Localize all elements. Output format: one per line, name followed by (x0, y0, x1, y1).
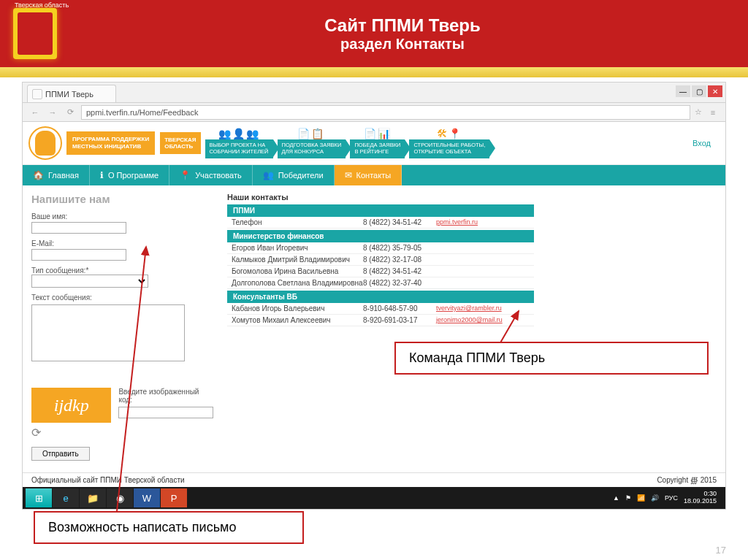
step-4[interactable]: 🛠📍 СТРОИТЕЛЬНЫЕ РАБОТЫ,ОТКРЫТИЕ ОБЪЕКТА (409, 128, 489, 158)
tray-arrow-icon[interactable]: ▲ (613, 494, 619, 502)
browser-tab[interactable]: ППМИ Тверь (27, 85, 116, 102)
tools-icon: 🛠📍 (437, 128, 462, 139)
step-2[interactable]: 📄📋 ПОДГОТОВКА ЗАЯВКИДЛЯ КОНКУРСА (278, 128, 346, 158)
menu-icon[interactable]: ≡ (706, 106, 720, 119)
close-button[interactable]: ✕ (708, 85, 722, 97)
nav-home[interactable]: 🏠Главная (23, 165, 90, 185)
nav-contacts[interactable]: ✉Контакты (335, 165, 402, 185)
home-icon: 🏠 (33, 170, 44, 180)
section-ppmi: ППМИ (227, 204, 534, 217)
tray-flag-icon[interactable]: ⚑ (625, 494, 631, 502)
svg-line-1 (117, 247, 146, 511)
marker-icon: 📍 (180, 170, 191, 180)
arrow-to-form (102, 241, 205, 518)
minimize-button[interactable]: — (676, 85, 690, 97)
reload-button[interactable]: ⟳ (64, 106, 77, 119)
info-icon: ℹ (100, 170, 104, 180)
slide-banner: Тверская область Сайт ППМИ Тверь раздел … (0, 0, 748, 67)
url-input[interactable]: ppmi.tverfin.ru/Home/Feedback (81, 105, 690, 120)
submit-button[interactable]: Отправить (31, 447, 90, 461)
chart-icon: 📄📊 (364, 128, 392, 139)
contact-row: Долгополова Светлана Владимировна8 (4822… (227, 277, 534, 289)
label-name: Ваше имя: (31, 212, 214, 220)
document-icon: 📄📋 (297, 128, 325, 139)
tray-network-icon[interactable]: 📶 (637, 494, 645, 502)
input-name[interactable] (31, 222, 126, 234)
step-1[interactable]: 👥👤👥 ВЫБОР ПРОЕКТА НАСОБРАНИИ ЖИТЕЛЕЙ (205, 128, 273, 158)
contacts-heading: Наши контакты (227, 193, 534, 202)
section-consultants: Консультанты ВБ (227, 291, 534, 303)
forward-button[interactable]: → (46, 106, 59, 119)
slide-subtitle: раздел Контакты (57, 36, 748, 53)
tray-clock[interactable]: 0:3018.09.2015 (684, 491, 717, 505)
contact-row: Калмыков Дмитрий Владимирович8 (4822) 32… (227, 254, 534, 266)
nav-winners[interactable]: 👥Победители (253, 165, 335, 185)
site-logo-icon[interactable] (28, 126, 62, 160)
copyright: Copyright ∰ 2015 (657, 476, 717, 484)
nav-participate[interactable]: 📍Участвовать (169, 165, 253, 185)
link-site[interactable]: ppmi.tverfin.ru (436, 218, 478, 226)
captcha-image: ijdkp (31, 388, 111, 423)
address-bar: ← → ⟳ ppmi.tverfin.ru/Home/Feedback ☆ ≡ (23, 103, 725, 122)
main-nav: 🏠Главная ℹО Программе 📍Участвовать 👥Побе… (23, 165, 725, 185)
contact-row: Егоров Иван Игоревич8 (4822) 35-79-05 (227, 242, 534, 254)
maximize-button[interactable]: ▢ (692, 85, 706, 97)
bookmark-icon[interactable]: ☆ (695, 107, 702, 117)
group-icon: 👥 (263, 170, 274, 180)
tab-strip: ППМИ Тверь — ▢ ✕ (23, 83, 725, 103)
slide-title: Сайт ППМИ Тверь (57, 15, 748, 36)
callout-team: Команда ППМИ Тверь (394, 342, 709, 375)
contact-row: Богомолова Ирина Васильевна8 (4822) 34-5… (227, 266, 534, 277)
login-link[interactable]: Вход (692, 139, 720, 147)
tray-volume-icon[interactable]: 🔊 (651, 494, 659, 502)
callout-write: Возможность написать письмо (34, 511, 304, 544)
site-logo-text: ПРОГРАММА ПОДДЕРЖКИМЕСТНЫХ ИНИЦИАТИВ (66, 131, 155, 154)
mail-icon: ✉ (345, 170, 352, 180)
region-coat-of-arms (13, 8, 57, 59)
nav-about[interactable]: ℹО Программе (90, 165, 169, 185)
back-button[interactable]: ← (28, 106, 42, 119)
site-logo-region: ТВЕРСКАЯОБЛАСТЬ (159, 132, 200, 154)
system-tray: ▲ ⚑ 📶 🔊 РУС 0:3018.09.2015 (613, 491, 722, 505)
start-button[interactable]: ⊞ (26, 488, 52, 507)
step-3[interactable]: 📄📊 ПОБЕДА ЗАЯВКИВ РЕЙТИНГЕ (350, 128, 405, 158)
site-header: ПРОГРАММА ПОДДЕРЖКИМЕСТНЫХ ИНИЦИАТИВ ТВЕ… (23, 122, 725, 165)
form-heading: Напишите нам (31, 193, 214, 205)
tray-language[interactable]: РУС (665, 494, 678, 502)
people-icon: 👥👤👥 (218, 128, 260, 139)
slide-number: 17 (716, 545, 726, 556)
banner-strip (0, 67, 748, 77)
taskbar-ie-icon[interactable]: e (53, 488, 79, 507)
section-minfin: Министерство финансов (227, 230, 534, 242)
contact-row: Телефон8 (4822) 34-51-42ppmi.tverfin.ru (227, 217, 534, 229)
